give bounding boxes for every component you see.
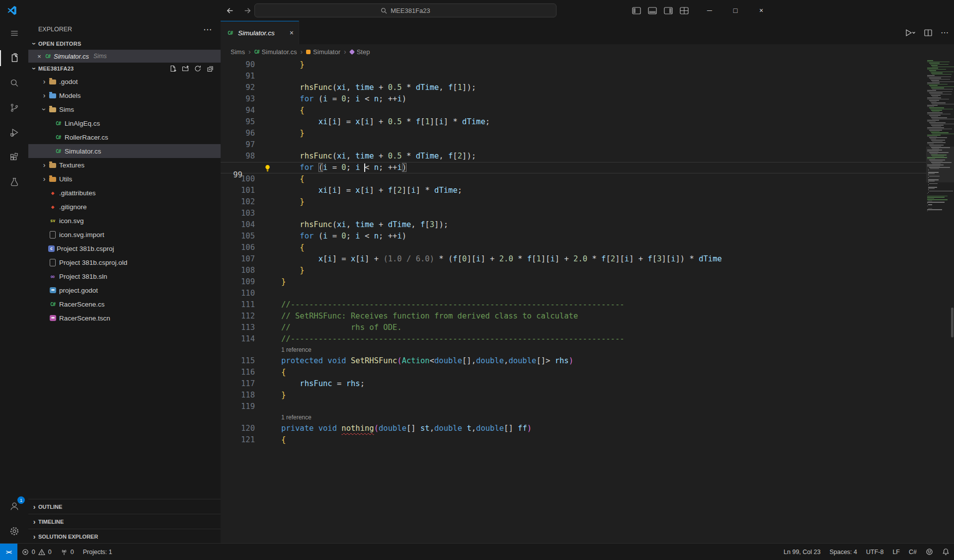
source-control-icon[interactable]	[0, 95, 28, 120]
feedback-icon[interactable]	[921, 544, 938, 560]
new-folder-icon[interactable]	[182, 65, 189, 72]
editor-scrollbar-thumb[interactable]	[951, 308, 954, 337]
toggle-secondary-sidebar-icon[interactable]	[664, 7, 673, 14]
breadcrumb-simulator[interactable]: Simulator	[306, 48, 340, 56]
code-line-112[interactable]: 112// SetRHSFunc: Receives function from…	[221, 311, 954, 322]
tree-item-racerscene-cs[interactable]: C#RacerScene.cs	[28, 297, 221, 311]
explorer-icon[interactable]	[0, 46, 28, 71]
back-button[interactable]	[223, 4, 237, 16]
code-line-103[interactable]: 103	[221, 208, 954, 219]
run-debug-icon[interactable]	[0, 120, 28, 145]
tree-item--gitattributes[interactable]: ◆.gitattributes	[28, 186, 221, 200]
codelens-references[interactable]: 1 reference	[221, 345, 954, 355]
code-line-113[interactable]: 113// rhs of ODE.	[221, 322, 954, 333]
restore-button[interactable]: □	[722, 0, 748, 21]
customize-layout-icon[interactable]	[680, 7, 689, 14]
run-button[interactable]	[905, 29, 916, 37]
tree-item-simulator-cs[interactable]: C#Simulator.cs	[28, 144, 221, 158]
new-file-icon[interactable]	[169, 65, 176, 72]
notifications-bell-icon[interactable]	[938, 544, 954, 560]
projects-status[interactable]: Projects: 1	[79, 544, 117, 560]
tree-item-project-381b-csproj[interactable]: cProject 381b.csproj	[28, 241, 221, 255]
code-line-96[interactable]: 96 }	[221, 128, 954, 139]
code-line-98[interactable]: 98 rhsFunc(xi, time + 0.5 * dTime, f[2])…	[221, 151, 954, 162]
settings-gear-icon[interactable]	[0, 519, 28, 544]
testing-icon[interactable]	[0, 170, 28, 195]
code-line-93[interactable]: 93 for (i = 0; i < n; ++i)	[221, 93, 954, 105]
indentation[interactable]: Spaces: 4	[825, 544, 862, 560]
encoding[interactable]: UTF-8	[862, 544, 888, 560]
code-line-120[interactable]: 120private void nothing(double[] st,doub…	[221, 423, 954, 434]
breadcrumb-sims[interactable]: Sims	[231, 48, 245, 56]
code-line-94[interactable]: 94 {	[221, 105, 954, 116]
problems-status[interactable]: 0 0	[17, 544, 56, 560]
tree-item-models[interactable]: ›Models	[28, 88, 221, 102]
tree-item-textures[interactable]: ›Textures	[28, 158, 221, 172]
open-editors-header[interactable]: › OPEN EDITORS	[28, 38, 221, 50]
cursor-position[interactable]: Ln 99, Col 23	[779, 544, 825, 560]
command-center-search[interactable]: MEE381Fa23	[254, 3, 556, 17]
minimap-slider[interactable]	[926, 147, 954, 182]
code-line-102[interactable]: 102 }	[221, 196, 954, 208]
tree-item-racerscene-tscn[interactable]: RacerScene.tscn	[28, 311, 221, 325]
code-line-111[interactable]: 111//-----------------------------------…	[221, 299, 954, 311]
code-line-107[interactable]: 107 x[i] = x[i] + (1.0 / 6.0) * (f[0][i]…	[221, 253, 954, 265]
refresh-icon[interactable]	[194, 65, 201, 72]
ports-status[interactable]: 0	[56, 544, 79, 560]
tree-item-icon-svg-import[interactable]: icon.svg.import	[28, 228, 221, 241]
forward-button[interactable]	[240, 4, 254, 16]
code-line-114[interactable]: 114//-----------------------------------…	[221, 333, 954, 345]
toggle-panel-icon[interactable]	[648, 7, 657, 14]
code-line-104[interactable]: 104 rhsFunc(xi, time + dTime, f[3]);	[221, 219, 954, 231]
code-line-115[interactable]: 115protected void SetRHSFunc(Action<doub…	[221, 355, 954, 367]
minimize-button[interactable]: ─	[697, 0, 722, 21]
tree-item-project-godot[interactable]: project.godot	[28, 283, 221, 297]
solution-explorer-section[interactable]: › SOLUTION EXPLORER	[28, 529, 221, 544]
explorer-more-actions-icon[interactable]: ⋯	[203, 24, 212, 35]
open-editor-item[interactable]: × C# Simulator.cs Sims	[28, 50, 221, 63]
breadcrumb-simulator-cs[interactable]: C#Simulator.cs	[254, 48, 297, 56]
language-mode[interactable]: C#	[904, 544, 921, 560]
remote-indicator[interactable]: ><	[0, 544, 17, 560]
code-line-99[interactable]: 99 for (i = 0; i < n; ++i)	[221, 162, 954, 173]
code-line-108[interactable]: 108 }	[221, 265, 954, 276]
accounts-icon[interactable]: 1	[0, 494, 28, 519]
search-icon[interactable]	[0, 71, 28, 95]
code-line-97[interactable]: 97	[221, 139, 954, 151]
code-editor[interactable]: 90 }9192 rhsFunc(xi, time + 0.5 * dTime,…	[221, 59, 954, 544]
code-line-117[interactable]: 117 rhsFunc = rhs;	[221, 378, 954, 390]
tab-close-icon[interactable]: ×	[290, 29, 294, 37]
project-section-header[interactable]: › MEE381FA23	[28, 63, 221, 75]
code-line-100[interactable]: 100 {	[221, 173, 954, 185]
code-line-105[interactable]: 105 for (i = 0; i < n; ++i)	[221, 231, 954, 242]
split-editor-icon[interactable]	[924, 29, 932, 36]
code-line-90[interactable]: 90 }	[221, 59, 954, 71]
code-line-92[interactable]: 92 rhsFunc(xi, time + 0.5 * dTime, f[1])…	[221, 82, 954, 93]
extensions-icon[interactable]	[0, 145, 28, 170]
tree-item-icon-svg[interactable]: svicon.svg	[28, 214, 221, 228]
close-button[interactable]: ×	[748, 0, 774, 21]
code-line-121[interactable]: 121{	[221, 434, 954, 446]
code-line-109[interactable]: 109}	[221, 276, 954, 288]
tree-item-utils[interactable]: ›Utils	[28, 172, 221, 186]
collapse-all-icon[interactable]	[207, 65, 214, 72]
breadcrumb-step[interactable]: Step	[350, 48, 370, 56]
tree-item--godot[interactable]: ›.godot	[28, 75, 221, 88]
tree-item--gitignore[interactable]: ◆.gitignore	[28, 200, 221, 214]
code-line-101[interactable]: 101 xi[i] = x[i] + f[2][i] * dTime;	[221, 185, 954, 196]
code-line-106[interactable]: 106 {	[221, 242, 954, 253]
tree-item-sims[interactable]: ›Sims	[28, 102, 221, 116]
code-line-95[interactable]: 95 xi[i] = x[i] + 0.5 * f[1][i] * dTime;	[221, 116, 954, 128]
codelens-references[interactable]: 1 reference	[221, 412, 954, 423]
close-icon[interactable]: ×	[35, 53, 43, 60]
code-line-91[interactable]: 91	[221, 71, 954, 82]
code-line-118[interactable]: 118}	[221, 390, 954, 401]
minimap[interactable]	[926, 59, 954, 544]
editor-more-actions-icon[interactable]: ⋯	[941, 28, 949, 37]
outline-section[interactable]: › OUTLINE	[28, 499, 221, 514]
tree-item-linalgeq-cs[interactable]: C#LinAlgEq.cs	[28, 116, 221, 130]
menu-button[interactable]	[0, 21, 28, 46]
code-line-116[interactable]: 116{	[221, 367, 954, 378]
timeline-section[interactable]: › TIMELINE	[28, 514, 221, 529]
tree-item-project-381b-sln[interactable]: ∞Project 381b.sln	[28, 269, 221, 283]
